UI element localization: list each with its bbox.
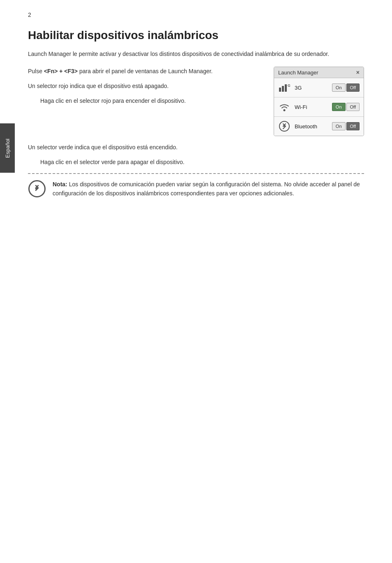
toggle-wifi: On Off bbox=[332, 103, 360, 111]
wifi-on-button[interactable]: On bbox=[332, 103, 346, 111]
close-button[interactable]: × bbox=[356, 69, 360, 76]
pulse-paragraph: Pulse <Fn> + <F3> para abrir el panel de… bbox=[28, 67, 261, 76]
svg-rect-2 bbox=[285, 84, 287, 92]
bluetooth-on-button[interactable]: On bbox=[332, 122, 346, 130]
note-icon-wrap bbox=[28, 180, 46, 198]
device-row-3g: G 3G On Off bbox=[274, 78, 364, 97]
page-title: Habilitar dispositivos inalámbricos bbox=[28, 29, 364, 42]
device-row-bluetooth: Bluetooth On Off bbox=[274, 117, 364, 136]
launch-manager-window: Launch Manager × G 3G bbox=[274, 67, 364, 136]
note-text: Nota: Los dispositivos de comunicación p… bbox=[53, 180, 364, 198]
red-selector-paragraph: Un selector rojo indica que el dispositi… bbox=[28, 81, 261, 91]
svg-text:G: G bbox=[288, 83, 290, 88]
note-body: Los dispositivos de comunicación pueden … bbox=[53, 181, 360, 197]
device-row-wifi: Wi-Fi On Off bbox=[274, 97, 364, 117]
device-name-wifi: Wi-Fi bbox=[295, 104, 332, 110]
bluetooth-icon bbox=[278, 120, 291, 132]
page-number: 2 bbox=[28, 12, 31, 18]
note-bold: Nota: bbox=[53, 181, 67, 188]
launch-manager-title: Launch Manager bbox=[278, 70, 318, 76]
device-name-3g: 3G bbox=[295, 85, 332, 91]
wifi-off-button[interactable]: Off bbox=[346, 103, 360, 111]
3g-icon: G bbox=[278, 81, 291, 94]
3g-on-button[interactable]: On bbox=[332, 83, 346, 92]
toggle-3g: On Off bbox=[332, 83, 360, 92]
sidebar-label: Español bbox=[0, 123, 15, 173]
note-box: Nota: Los dispositivos de comunicación p… bbox=[28, 173, 364, 203]
3g-off-button[interactable]: Off bbox=[346, 83, 360, 92]
green-selector-paragraph: Un selector verde indica que el disposit… bbox=[28, 143, 364, 153]
toggle-bluetooth: On Off bbox=[332, 122, 360, 130]
bluetooth-off-button[interactable]: Off bbox=[346, 122, 360, 130]
note-bluetooth-icon bbox=[28, 180, 46, 197]
svg-rect-1 bbox=[282, 86, 284, 92]
launch-manager-titlebar: Launch Manager × bbox=[274, 67, 364, 78]
intro-paragraph: Launch Manager le permite activar y desa… bbox=[28, 49, 364, 58]
svg-rect-0 bbox=[279, 88, 281, 92]
wifi-icon bbox=[278, 101, 291, 113]
green-action-paragraph: Haga clic en el selector verde para apag… bbox=[40, 158, 364, 167]
red-action-paragraph: Haga clic en el selector rojo para encen… bbox=[40, 96, 261, 106]
svg-point-4 bbox=[284, 109, 286, 111]
device-name-bluetooth: Bluetooth bbox=[295, 123, 332, 130]
